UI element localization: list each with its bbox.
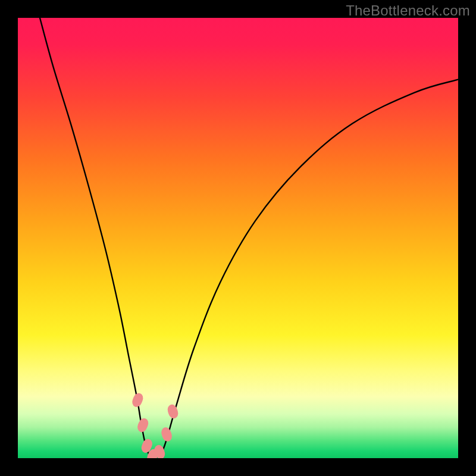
curve-layer xyxy=(18,18,458,458)
outer-frame: TheBottleneck.com xyxy=(0,0,476,476)
plot-area xyxy=(18,18,458,458)
marker xyxy=(166,403,180,420)
watermark-text: TheBottleneck.com xyxy=(346,2,470,19)
marker xyxy=(130,392,145,408)
marker xyxy=(136,416,150,433)
bottleneck-curve xyxy=(40,18,458,457)
highlight-markers xyxy=(130,392,179,458)
marker xyxy=(160,426,174,443)
